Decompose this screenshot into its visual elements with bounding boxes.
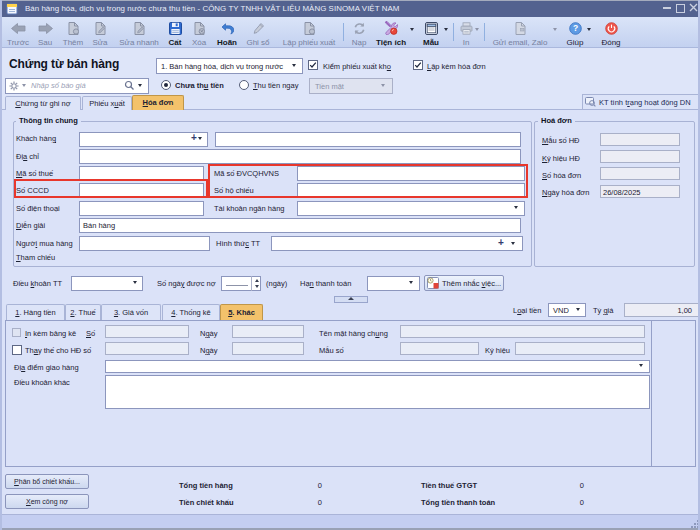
svg-text:?: ? bbox=[573, 23, 578, 33]
